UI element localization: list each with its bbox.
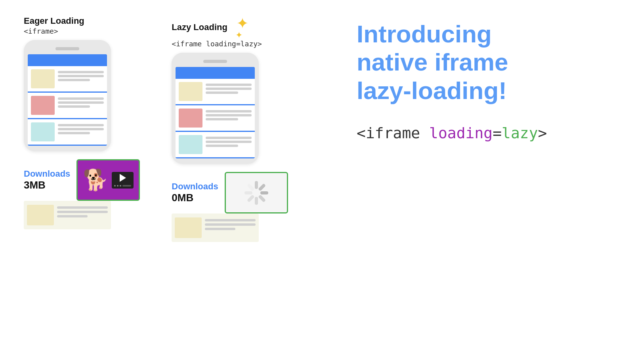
card-line [58, 97, 104, 100]
lazy-card-2 [176, 105, 255, 131]
eager-title: Eager Loading [24, 16, 84, 26]
eager-loading-section: Eager Loading <iframe> [24, 16, 140, 229]
card-image-1 [31, 69, 55, 88]
card-lines-1 [58, 69, 104, 81]
lazy-phone-mockup [172, 53, 259, 164]
eager-downloads-label: Downloads [24, 169, 70, 179]
video-icon-box [112, 172, 134, 189]
eager-phone-mockup [24, 40, 111, 151]
card-image-3 [31, 122, 55, 141]
headline-line2: native iframe [357, 48, 610, 76]
card-line [58, 71, 104, 73]
lazy-card-lines-2 [206, 109, 252, 120]
small-card-line [57, 211, 108, 213]
lazy-code-tag: <iframe loading=lazy> [172, 40, 262, 48]
dog-icon: 🐕 [83, 168, 109, 192]
eager-phone-screen [28, 54, 107, 146]
eager-card-1 [28, 66, 107, 91]
lazy-phone-screen [176, 67, 255, 158]
code-display: <iframe loading=lazy> [357, 124, 610, 142]
card-line [206, 110, 252, 112]
eager-downloads-size: 3MB [24, 179, 70, 191]
code-iframe-part: <iframe [357, 124, 429, 142]
card-line [58, 128, 104, 130]
card-line [58, 124, 104, 126]
lazy-downloads-info: Downloads 0MB [172, 181, 218, 204]
card-line [206, 141, 252, 143]
card-line [206, 114, 252, 116]
lazy-label: Lazy Loading ✦ ✦ <iframe loading=lazy> [172, 16, 262, 48]
svg-rect-2 [260, 191, 268, 194]
card-line-short [58, 105, 90, 108]
svg-rect-1 [258, 183, 266, 191]
eager-downloads-row: Downloads 3MB 🐕 [24, 159, 140, 201]
comparison-area: Eager Loading <iframe> [24, 16, 333, 242]
sparkle-small-icon: ✦ [235, 31, 243, 40]
svg-rect-6 [244, 191, 252, 194]
code-close-part: > [538, 124, 547, 142]
svg-rect-7 [247, 183, 255, 191]
card-line [58, 101, 104, 104]
card-line-short [206, 91, 238, 94]
lazy-small-card-lines [205, 217, 256, 238]
lazy-iframe-thumbnail [225, 172, 288, 213]
card-line-short [206, 118, 238, 120]
lazy-below-card [172, 213, 259, 242]
lazy-title: Lazy Loading [172, 22, 227, 32]
small-card-line [205, 223, 256, 226]
svg-rect-0 [255, 181, 258, 189]
eager-below-card [24, 201, 111, 229]
lazy-phone-header-bar [176, 67, 255, 79]
lazy-card-image-3 [179, 135, 202, 154]
headline-line3: lazy-loading! [357, 76, 610, 105]
small-card-line [205, 219, 256, 221]
small-card-line [57, 206, 108, 209]
phone-notch [55, 47, 79, 50]
svg-rect-5 [247, 194, 255, 202]
code-loading-part: loading [429, 124, 493, 142]
lazy-loading-section: Lazy Loading ✦ ✦ <iframe loading=lazy> [172, 16, 288, 242]
video-play-icon [120, 174, 126, 182]
eager-card-3 [28, 119, 107, 145]
lazy-phone-notch [203, 60, 227, 63]
card-line [206, 84, 252, 86]
lazy-downloads-row: Downloads 0MB [172, 172, 288, 213]
lazy-card-image-2 [179, 109, 202, 128]
lazy-downloads-label: Downloads [172, 181, 218, 192]
lazy-card-lines-3 [206, 135, 252, 147]
lazy-small-card-img [175, 217, 202, 238]
code-eq-part: = [493, 124, 502, 142]
eager-downloads-info: Downloads 3MB [24, 169, 70, 191]
lazy-card-1 [176, 79, 255, 104]
card-line [206, 137, 252, 139]
eager-card-2 [28, 93, 107, 118]
card-lines-3 [58, 122, 104, 134]
small-card-img [27, 205, 54, 225]
sparkles-cluster: ✦ ✦ [235, 16, 249, 40]
svg-rect-4 [255, 197, 258, 205]
card-image-2 [31, 96, 55, 115]
main-headline: Introducing native iframe lazy-loading! [357, 20, 610, 105]
code-lazy-part: lazy [502, 124, 538, 142]
right-side: Introducing native iframe lazy-loading! … [333, 16, 610, 142]
eager-code-tag: <iframe> [24, 27, 84, 35]
card-line-short [58, 132, 90, 134]
sparkle-large-icon: ✦ [236, 16, 249, 31]
headline-line1: Introducing [357, 20, 610, 48]
card-line [206, 88, 252, 90]
eager-iframe-thumbnail: 🐕 [76, 159, 140, 201]
card-line-short [206, 145, 238, 147]
svg-rect-3 [258, 194, 266, 202]
eager-label: Eager Loading <iframe> [24, 16, 84, 35]
lazy-card-3 [176, 132, 255, 157]
small-card-line-short [57, 215, 88, 217]
small-card-line-short [205, 228, 235, 230]
phone-header-bar [28, 54, 107, 66]
lazy-downloads-size: 0MB [172, 192, 218, 204]
lazy-card-image-1 [179, 82, 202, 101]
lazy-card-lines-1 [206, 82, 252, 94]
card-lines-2 [58, 96, 104, 108]
card-line [58, 75, 104, 77]
small-card-lines [57, 205, 108, 225]
card-line-short [58, 79, 90, 81]
